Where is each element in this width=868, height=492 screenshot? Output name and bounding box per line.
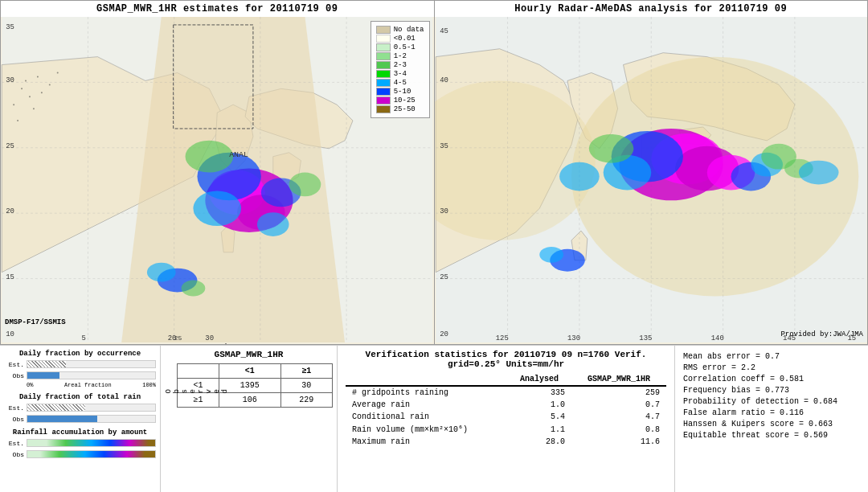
verif-row-maxrain: Maximum rain 28.0 11.6 (346, 436, 666, 448)
score-ets: Equitable threat score = 0.569 (683, 431, 860, 440)
svg-point-24 (21, 88, 23, 89)
occurrence-est-row: Est. (4, 359, 156, 369)
legend-color-051 (376, 43, 391, 51)
stats-row: Daily fraction by occurrence Est. Obs 0% (0, 346, 868, 492)
accum-est-gradient (27, 440, 155, 446)
svg-text:10: 10 (6, 330, 14, 338)
svg-text:35: 35 (440, 142, 448, 150)
verif-gsmap-maxrain: 11.6 (571, 436, 666, 448)
verif-label-avgrain: Average rain (346, 399, 507, 411)
contingency-row-label-gte1: ≥1 (178, 393, 219, 408)
legend-color-34 (376, 70, 391, 78)
verif-analysed-rainvol: 1.1 (507, 423, 571, 436)
legend-item-nodata: No data (376, 26, 424, 34)
contingency-table-wrapper: <1 ≥1 <1 1395 30 ≥1 (177, 363, 333, 408)
rain-est-row: Est. (4, 403, 156, 412)
legend-color-23 (376, 61, 391, 69)
verif-label-maxrain: Maximum rain (346, 436, 507, 448)
rain-obs-row: Obs (4, 414, 156, 424)
verif-header-row: Analysed GSMAP_MWR_1HR (346, 373, 666, 386)
svg-point-18 (289, 173, 321, 197)
svg-text:25: 25 (440, 273, 448, 281)
occurrence-est-bar (27, 360, 156, 368)
rain-obs-fill (27, 416, 97, 422)
occurrence-axis-start: 0% (27, 382, 33, 388)
contingency-cell-30: 30 (280, 379, 332, 393)
legend-label-23: 2-3 (394, 61, 407, 69)
rain-obs-label: Obs (4, 416, 24, 423)
legend-label-2550: 25-50 (394, 105, 416, 113)
accum-obs-bar (27, 450, 156, 458)
occurrence-chart: Est. Obs 0% Areal fraction 100% (4, 359, 156, 388)
svg-point-29 (57, 72, 59, 73)
svg-text:30: 30 (440, 207, 448, 215)
rain-est-label: Est. (4, 404, 24, 412)
verif-gsmap-condrain: 4.7 (571, 411, 666, 423)
svg-text:30: 30 (6, 76, 14, 84)
occurrence-est-label: Est. (4, 361, 24, 368)
verif-analysed-maxrain: 28.0 (507, 436, 571, 448)
legend-label-34: 3-4 (394, 70, 407, 78)
legend-color-nodata (376, 26, 391, 34)
legend-item-45: 4-5 (376, 79, 424, 87)
verif-analysed-gridpoints: 335 (507, 386, 571, 399)
rain-obs-bar (27, 415, 156, 423)
score-corr: Correlation coeff = 0.581 (683, 375, 860, 383)
legend-color-1025 (376, 96, 391, 105)
legend-label-1025: 10-25 (394, 96, 416, 105)
score-pod: Probability of detection = 0.684 (683, 397, 860, 406)
left-map-title: GSMAP_MWR_1HR estimates for 20110719 09 (1, 1, 434, 17)
legend-item-510: 5-10 (376, 88, 424, 96)
rain-chart-title: Daily fraction of total rain (4, 393, 156, 401)
svg-text:ANAL: ANAL (229, 150, 248, 159)
legend-label-510: 5-10 (394, 88, 411, 96)
score-mean-abs: Mean abs error = 0.7 (683, 352, 860, 361)
score-freq-bias: Frequency bias = 0.773 (683, 386, 860, 395)
legend-color-12 (376, 52, 391, 60)
legend-item-12: 1-2 (376, 52, 424, 60)
legend-label-051: 0.5-1 (394, 43, 416, 51)
left-map-panel: GSMAP_MWR_1HR estimates for 20110719 09 … (0, 0, 434, 345)
right-map-panel: Hourly Radar-AMeDAS analysis for 2011071… (434, 0, 869, 345)
svg-point-22 (25, 80, 27, 81)
svg-point-20 (147, 263, 176, 282)
satellite-label: DMSP-F17/SSMIS (5, 318, 66, 326)
contingency-table: <1 ≥1 <1 1395 30 ≥1 (177, 363, 333, 408)
left-map-svg: 35 30 25 20 15 10 5 20 25 30 ANAL (1, 17, 434, 342)
svg-text:30: 30 (205, 334, 214, 342)
contingency-cell-106: 106 (219, 393, 280, 408)
legend-label-12: 1-2 (394, 52, 407, 60)
verif-label-rainvol: Rain volume (mm×km²×10⁶) (346, 423, 507, 436)
svg-text:25: 25 (174, 334, 182, 342)
svg-point-15 (193, 191, 241, 226)
accumulation-title: Rainfall accumulation by amount (4, 428, 156, 437)
occurrence-obs-label: Obs (4, 372, 24, 379)
accum-est-row: Est. (4, 438, 156, 448)
legend-item-1025: 10-25 (376, 96, 424, 105)
occurrence-axis-end: 100% (142, 382, 156, 388)
occurrence-obs-bar (27, 371, 156, 379)
svg-point-25 (49, 84, 51, 85)
verif-row-gridpoints: # gridpoints raining 335 259 (346, 386, 666, 399)
svg-text:20: 20 (6, 207, 14, 215)
verif-gsmap-gridpoints: 259 (571, 386, 666, 399)
svg-point-27 (41, 92, 43, 93)
svg-point-70 (539, 247, 563, 263)
svg-text:20: 20 (440, 330, 448, 338)
legend-color-001 (376, 35, 391, 43)
svg-text:40: 40 (440, 76, 448, 84)
score-far: False alarm ratio = 0.116 (683, 408, 860, 417)
verif-label-gridpoints: # gridpoints raining (346, 386, 507, 399)
occurrence-chart-title: Daily fraction by occurrence (4, 350, 156, 358)
svg-text:5: 5 (82, 334, 86, 342)
legend-color-510 (376, 88, 391, 96)
observed-vertical-label: Observed (165, 387, 177, 393)
legend-item-34: 3-4 (376, 70, 424, 78)
right-map-credit: Provided by:JWA/JMA (780, 330, 863, 338)
rain-est-bar (27, 404, 156, 412)
accum-est-bar (27, 439, 156, 447)
svg-point-64 (588, 134, 633, 163)
contingency-panel: GSMAP_MWR_1HR Observed <1 ≥1 (161, 346, 338, 492)
score-hk: Hanssen & Kuipers score = 0.663 (683, 420, 860, 428)
verif-analysed-condrain: 5.4 (507, 411, 571, 423)
